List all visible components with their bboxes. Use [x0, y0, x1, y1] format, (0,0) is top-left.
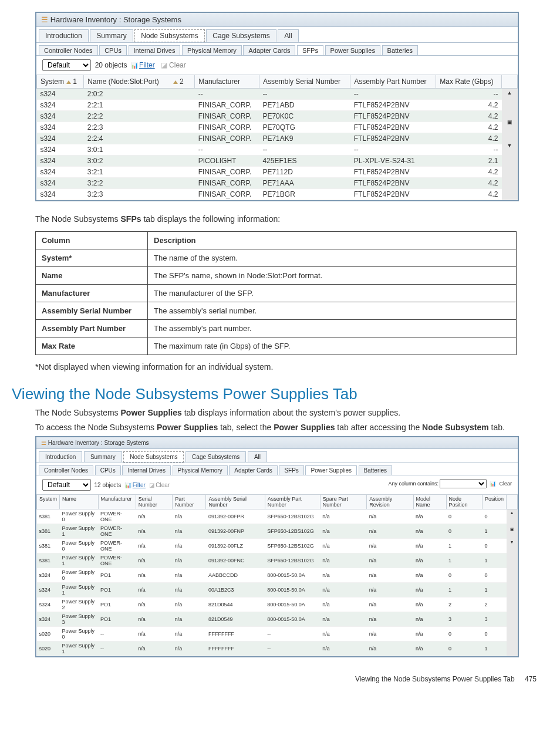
col-asn[interactable]: Assembly Serial Number: [259, 75, 350, 89]
tab-introduction[interactable]: Introduction: [39, 29, 89, 42]
col-header[interactable]: Part Number: [173, 495, 206, 509]
table-row[interactable]: s324Power Supply 3PO1n/an/a821D0549800-0…: [37, 612, 518, 627]
table-row[interactable]: s3242:2:3FINISAR_CORP.PE70QTGFTLF8524P2B…: [37, 122, 518, 133]
col-header[interactable]: Serial Number: [136, 495, 173, 509]
subtab-adapter-cards[interactable]: Adapter Cards: [243, 45, 295, 55]
power-supplies-table: SystemNameManufacturerSerial NumberPart …: [36, 494, 518, 656]
paragraph-2: To access the Node Subsystems Power Supp…: [35, 421, 517, 434]
tab-summary[interactable]: Summary: [90, 29, 133, 42]
table-row[interactable]: s3242:2:4FINISAR_CORP.PE71AK9FTLF8524P2B…: [37, 133, 518, 144]
sfps-window: ☰ Hardware Inventory : Storage Systems I…: [35, 12, 519, 201]
table-row[interactable]: s381Power Supply 1POWER-ONEn/an/a091392-…: [37, 524, 518, 539]
power-supplies-window: ☰ Hardware Inventory : Storage Systems I…: [35, 436, 519, 657]
col-header[interactable]: Assembly Part Number: [265, 495, 320, 509]
chart-icon[interactable]: 📊: [490, 481, 496, 487]
view-select[interactable]: Default: [42, 59, 91, 71]
col-header[interactable]: Model Name: [413, 495, 446, 509]
col-header[interactable]: Assembly Serial Number: [206, 495, 265, 509]
desc-row: System*The name of the system.: [36, 249, 517, 267]
any-column-label: Any column contains:: [388, 481, 438, 487]
col-header[interactable]: Manufacturer: [98, 495, 136, 509]
table-row[interactable]: s3243:0:1--------: [37, 144, 518, 156]
tab-all[interactable]: All: [248, 451, 267, 462]
subtab-power-supplies[interactable]: Power Supplies: [305, 465, 356, 475]
subtab-controller-nodes[interactable]: Controller Nodes: [39, 45, 98, 55]
tab-cage-subsystems[interactable]: Cage Subsystems: [206, 29, 276, 42]
table-row[interactable]: s3243:2:1FINISAR_CORP.PE7112DFTLF8524P2B…: [37, 167, 518, 178]
table-row[interactable]: s381Power Supply 1POWER-ONEn/an/a091392-…: [37, 553, 518, 568]
subtab-physical-memory[interactable]: Physical Memory: [182, 45, 242, 55]
table-row[interactable]: s3242:0:2--------▲▣▼: [37, 89, 518, 100]
subtab-cpus[interactable]: CPUs: [95, 465, 121, 475]
table-row[interactable]: s020Power Supply 1--n/an/aFFFFFFFF--n/an…: [37, 642, 518, 656]
col-apn[interactable]: Assembly Part Number: [350, 75, 436, 89]
toolbar: Default 20 objects 📊Filter ◪ Clear: [36, 56, 518, 75]
tab-cage-subsystems[interactable]: Cage Subsystems: [185, 451, 246, 462]
table-row[interactable]: s020Power Supply 0--n/an/aFFFFFFFF--n/an…: [37, 627, 518, 642]
subtab-internal-drives[interactable]: Internal Drives: [122, 465, 170, 475]
desc-row: ManufacturerThe manufacturer of the SFP.: [36, 285, 517, 302]
table-row[interactable]: s381Power Supply 0POWER-ONEn/an/a091392-…: [37, 509, 518, 524]
col-name[interactable]: Name (Node:Slot:Port) 2: [84, 75, 195, 89]
head-description: Description: [148, 232, 517, 249]
filter-column-select[interactable]: [440, 479, 487, 488]
table-row[interactable]: s3242:2:1FINISAR_CORP.PE71ABDFTLF8524P2B…: [37, 100, 518, 111]
list-icon: ☰: [41, 440, 48, 446]
scroll-col: [502, 75, 518, 89]
main-tabs: Introduction Summary Node Subsystems Cag…: [36, 27, 518, 43]
subtab-power-supplies[interactable]: Power Supplies: [325, 45, 380, 55]
subtab-batteries[interactable]: Batteries: [382, 45, 418, 55]
table-row[interactable]: s324Power Supply 1PO1n/an/a00A1B2C3800-0…: [37, 583, 518, 598]
col-header[interactable]: Position: [482, 495, 506, 509]
table-row[interactable]: s3243:2:3FINISAR_CORP.PE71BGRFTLF8524P2B…: [37, 189, 518, 200]
clear2-link[interactable]: Clear: [499, 481, 512, 487]
table-row[interactable]: s3242:2:2FINISAR_CORP.PE70K0CFTLF8524P2B…: [37, 111, 518, 122]
sub-tabs: Controller Nodes CPUs Internal Drives Ph…: [36, 463, 518, 475]
subtab-sfps[interactable]: SFPs: [279, 465, 303, 475]
col-header[interactable]: Assembly Revision: [367, 495, 413, 509]
table-row[interactable]: s324Power Supply 2PO1n/an/a821D0544800-0…: [37, 598, 518, 612]
note: *Not displayed when viewing information …: [35, 361, 517, 373]
eraser-icon: ◪: [149, 482, 154, 488]
sub-tabs: Controller Nodes CPUs Internal Drives Ph…: [36, 43, 518, 56]
main-tabs: Introduction Summary Node Subsystems Cag…: [36, 449, 518, 463]
sort-icon: [173, 80, 178, 84]
subtab-internal-drives[interactable]: Internal Drives: [129, 45, 181, 55]
desc-row: NameThe SFP's name, shown in Node:Slot:P…: [36, 267, 517, 285]
toolbar: Default 12 objects 📊Filter ◪ Clear Any c…: [36, 475, 518, 494]
table-row[interactable]: s324Power Supply 0PO1n/an/aAABBCCDD800-0…: [37, 568, 518, 583]
filter-link[interactable]: Filter: [139, 61, 155, 69]
col-system[interactable]: System 1: [37, 75, 84, 89]
subtab-controller-nodes[interactable]: Controller Nodes: [39, 465, 93, 475]
desc-row: Assembly Part NumberThe assembly's part …: [36, 320, 517, 337]
tab-node-subsystems[interactable]: Node Subsystems: [134, 29, 204, 42]
object-count: 20 objects: [95, 61, 127, 69]
subtab-physical-memory[interactable]: Physical Memory: [173, 465, 228, 475]
clear-link[interactable]: Clear: [169, 61, 186, 69]
tab-summary[interactable]: Summary: [84, 451, 122, 462]
tab-all[interactable]: All: [278, 29, 298, 42]
table-row[interactable]: s3243:0:2PICOLIGHT425EF1ESPL-XPL-VE-S24-…: [37, 156, 518, 167]
desc-row: Max RateThe maximum rate (in Gbps) of th…: [36, 337, 517, 355]
tab-introduction[interactable]: Introduction: [39, 451, 82, 462]
col-header[interactable]: System: [37, 495, 60, 509]
subtab-batteries[interactable]: Batteries: [359, 465, 392, 475]
subtab-cpus[interactable]: CPUs: [99, 45, 127, 55]
filter-icon: 📊: [124, 482, 131, 488]
paragraph-1: The Node Subsystems Power Supplies tab d…: [35, 407, 517, 419]
col-header[interactable]: Spare Part Number: [320, 495, 367, 509]
col-max[interactable]: Max Rate (Gbps): [436, 75, 502, 89]
col-manufacturer[interactable]: Manufacturer: [195, 75, 259, 89]
clear-link[interactable]: Clear: [156, 482, 170, 488]
col-header[interactable]: Node Position: [446, 495, 482, 509]
tab-node-subsystems[interactable]: Node Subsystems: [123, 451, 184, 463]
desc-row: Assembly Serial NumberThe assembly's ser…: [36, 302, 517, 320]
view-select[interactable]: Default: [42, 479, 91, 491]
subtab-adapter-cards[interactable]: Adapter Cards: [229, 465, 277, 475]
table-row[interactable]: s3243:2:2FINISAR_CORP.PE71AAAFTLF8524P2B…: [37, 178, 518, 189]
subtab-sfps[interactable]: SFPs: [297, 45, 323, 55]
col-header[interactable]: Name: [60, 495, 99, 509]
table-row[interactable]: s381Power Supply 0POWER-ONEn/an/a091392-…: [37, 539, 518, 553]
description-table: Column Description System*The name of th…: [35, 231, 517, 355]
filter-link[interactable]: Filter: [133, 482, 146, 488]
